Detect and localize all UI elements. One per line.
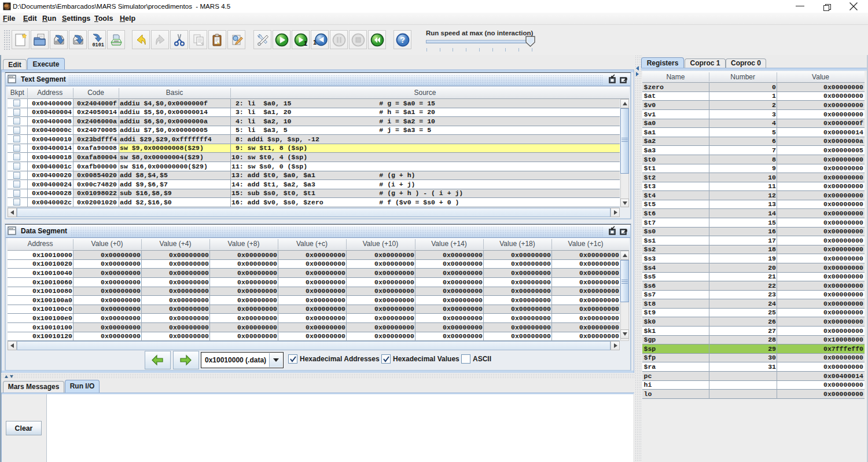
svg-text:0101: 0101: [93, 42, 104, 47]
svg-text:1: 1: [304, 40, 307, 47]
svg-text:?: ?: [400, 35, 406, 45]
